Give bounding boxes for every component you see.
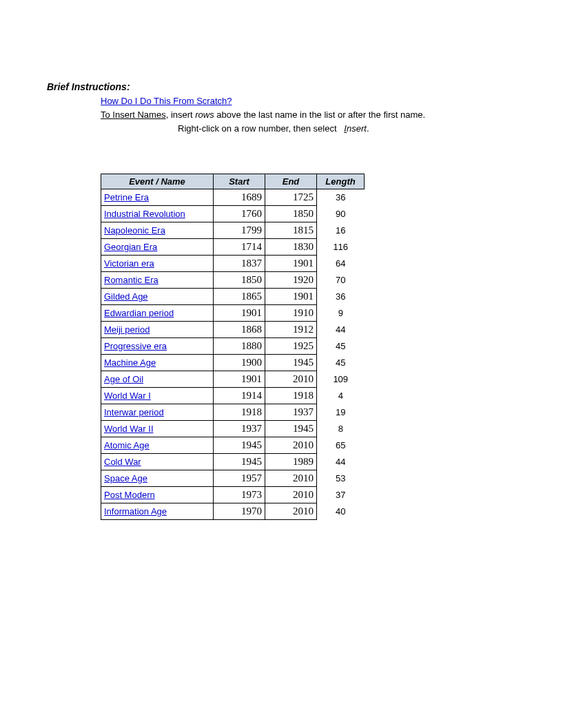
event-link[interactable]: Gilded Age (104, 291, 148, 302)
event-link[interactable]: Post Modern (104, 490, 155, 500)
cell-start: 1937 (214, 421, 265, 437)
table-row: Romantic Era1850192070 (101, 272, 365, 289)
cell-length: 45 (317, 338, 365, 355)
col-header-start: Start (214, 174, 265, 189)
event-link[interactable]: Interwar period (104, 407, 164, 417)
table-row: Atomic Age1945201065 (101, 437, 365, 454)
cell-end: 2010 (265, 371, 317, 388)
cell-length: 40 (317, 503, 365, 520)
table-row: Petrine Era1689172536 (101, 189, 365, 206)
text: . (367, 123, 369, 134)
section-title: Brief Instructions: (47, 81, 563, 92)
cell-name: Meiji period (101, 322, 214, 338)
cell-end: 1850 (265, 206, 317, 222)
cell-end: 2010 (265, 503, 317, 520)
table-row: Napoleonic Era1799181516 (101, 222, 365, 239)
table-row: Georgian Era17141830116 (101, 239, 365, 256)
cell-start: 1945 (214, 454, 265, 470)
cell-end: 1910 (265, 305, 317, 322)
cell-name: Petrine Era (101, 189, 214, 206)
cell-end: 1901 (265, 289, 317, 305)
cell-length: 37 (317, 487, 365, 503)
cell-end: 2010 (265, 487, 317, 503)
cell-name: Industrial Revolution (101, 206, 214, 222)
cell-name: Interwar period (101, 404, 214, 421)
rows-word: rows (195, 110, 214, 120)
cell-start: 1837 (214, 256, 265, 272)
cell-end: 2010 (265, 437, 317, 454)
table-row: Age of Oil19012010109 (101, 371, 365, 388)
cell-length: 16 (317, 222, 365, 239)
cell-end: 1937 (265, 404, 317, 421)
event-link[interactable]: Petrine Era (104, 192, 149, 202)
instructions-block: How Do I Do This From Scratch? To Insert… (101, 95, 563, 135)
cell-name: World War I (101, 388, 214, 404)
event-link[interactable]: Cold War (104, 457, 141, 467)
event-link[interactable]: Napoleonic Era (104, 225, 165, 236)
cell-name: Gilded Age (101, 289, 214, 305)
cell-length: 44 (317, 322, 365, 338)
event-link[interactable]: Space Age (104, 473, 147, 483)
table-row: Progressive era1880192545 (101, 338, 365, 355)
event-link[interactable]: Georgian Era (104, 242, 157, 252)
event-link[interactable]: Progressive era (104, 341, 167, 351)
table-row: World War II193719458 (101, 421, 365, 437)
event-link[interactable]: World War II (104, 424, 154, 434)
table-row: Meiji period1868191244 (101, 322, 365, 338)
cell-name: Post Modern (101, 487, 214, 503)
cell-length: 53 (317, 470, 365, 487)
cell-end: 1945 (265, 421, 317, 437)
event-link[interactable]: Atomic Age (104, 440, 150, 450)
cell-end: 1918 (265, 388, 317, 404)
event-link[interactable]: Edwardian period (104, 308, 174, 318)
table-header-row: Event / Name Start End Length (101, 174, 365, 189)
cell-name: Space Age (101, 470, 214, 487)
cell-end: 1901 (265, 256, 317, 272)
col-header-name: Event / Name (101, 174, 214, 189)
cell-name: Progressive era (101, 338, 214, 355)
cell-name: Cold War (101, 454, 214, 470)
table-row: World War I191419184 (101, 388, 365, 404)
cell-length: 116 (317, 239, 365, 256)
cell-start: 1918 (214, 404, 265, 421)
event-link[interactable]: Victorian era (104, 258, 154, 269)
cell-length: 64 (317, 256, 365, 272)
event-link[interactable]: Age of Oil (104, 374, 143, 384)
cell-end: 1945 (265, 355, 317, 371)
event-link[interactable]: Industrial Revolution (104, 209, 185, 219)
table-row: Post Modern1973201037 (101, 487, 365, 503)
scratch-link[interactable]: How Do I Do This From Scratch? (101, 96, 232, 106)
table-row: Gilded Age1865190136 (101, 289, 365, 305)
cell-name: Edwardian period (101, 305, 214, 322)
event-link[interactable]: Machine Age (104, 357, 156, 368)
cell-start: 1865 (214, 289, 265, 305)
event-link[interactable]: Meiji period (104, 324, 150, 335)
cell-end: 1989 (265, 454, 317, 470)
cell-length: 45 (317, 355, 365, 371)
cell-start: 1901 (214, 305, 265, 322)
cell-length: 36 (317, 289, 365, 305)
cell-start: 1868 (214, 322, 265, 338)
cell-end: 1920 (265, 272, 317, 289)
table-row: Information Age1970201040 (101, 503, 365, 520)
cell-length: 19 (317, 404, 365, 421)
cell-length: 36 (317, 189, 365, 206)
event-link[interactable]: Romantic Era (104, 275, 158, 285)
events-table: Event / Name Start End Length Petrine Er… (101, 174, 365, 520)
table-row: Edwardian period190119109 (101, 305, 365, 322)
event-link[interactable]: World War I (104, 391, 151, 401)
table-row: Space Age1957201053 (101, 470, 365, 487)
cell-start: 1760 (214, 206, 265, 222)
cell-name: Atomic Age (101, 437, 214, 454)
cell-end: 1725 (265, 189, 317, 206)
col-header-length: Length (317, 174, 365, 189)
event-link[interactable]: Information Age (104, 506, 167, 517)
cell-name: Georgian Era (101, 239, 214, 256)
cell-start: 1880 (214, 338, 265, 355)
cell-start: 1901 (214, 371, 265, 388)
table-row: Cold War1945198944 (101, 454, 365, 470)
cell-start: 1714 (214, 239, 265, 256)
cell-name: Victorian era (101, 256, 214, 272)
cell-start: 1970 (214, 503, 265, 520)
insert-names-label: To Insert Names (101, 110, 166, 120)
